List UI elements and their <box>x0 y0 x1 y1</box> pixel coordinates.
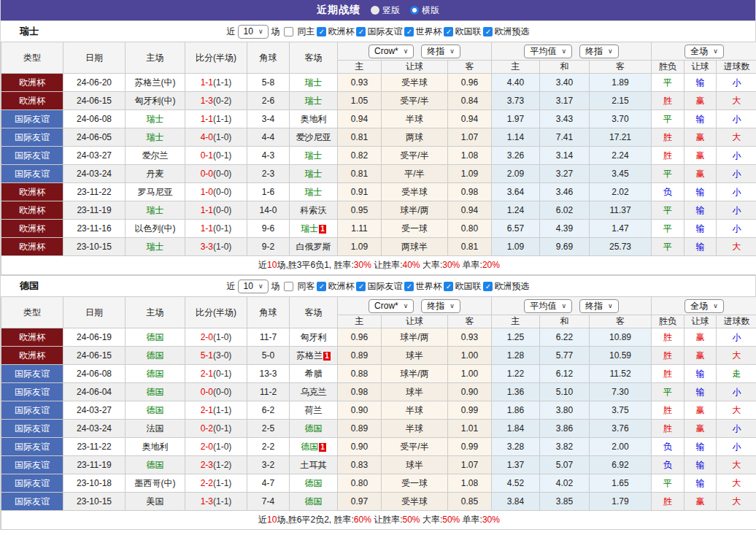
summary-row: 近10场,胜3平6负1, 胜率:30% 让胜率:40% 大率:30% 单率:20… <box>1 256 756 275</box>
league-checkbox[interactable]: ✓ <box>317 27 326 36</box>
result-handicap-cell: 输 <box>684 365 717 383</box>
away-team-cell: 奥地利 <box>290 110 338 128</box>
period-select[interactable]: 全场∨ <box>684 299 724 313</box>
avg-home-cell: 1.84 <box>492 420 540 438</box>
recent-count-select[interactable]: 10∨ <box>238 280 269 293</box>
same-side-checkbox[interactable] <box>284 282 293 291</box>
league-checkbox[interactable]: ✓ <box>356 282 366 291</box>
league-checkbox[interactable]: ✓ <box>404 282 414 291</box>
league-type-badge: 国际友谊 <box>1 128 63 147</box>
corners-cell: 2-2 <box>247 438 290 456</box>
result-overunder-cell: 大 <box>717 401 756 420</box>
league-checkbox[interactable]: ✓ <box>404 27 414 36</box>
result-handicap-cell: 赢 <box>684 128 717 147</box>
avg-home-cell: 3.28 <box>492 438 540 456</box>
league-option-4[interactable]: ✓欧洲预选 <box>483 280 529 293</box>
avg-away-cell: 3.70 <box>590 110 652 128</box>
match-row: 国际友谊 24-06-08 德国 2-1(0-1) 13-3 希腊 0.88 球… <box>1 365 756 383</box>
same-side-option[interactable]: 同客 <box>282 280 315 293</box>
team-name: 瑞士 <box>20 25 39 38</box>
bookmaker-odds-group-header: Crow*∨终指∨ <box>338 297 492 315</box>
league-option-1[interactable]: ✓国际友谊 <box>356 280 402 293</box>
handicap-cell: 球半 <box>382 456 448 474</box>
avg-away-cell: 1.47 <box>590 220 652 238</box>
league-option-3[interactable]: ✓欧国联 <box>444 280 481 293</box>
period-select[interactable]: 全场∨ <box>684 45 724 58</box>
summary-segment: 30% <box>442 260 460 270</box>
odds-stage-select[interactable]: 终指∨ <box>421 45 460 58</box>
same-side-option[interactable]: 同主 <box>282 26 315 38</box>
away-team-cell: 瑞士1 <box>290 220 338 238</box>
result-overunder-cell: 小 <box>717 147 756 165</box>
league-type-badge: 国际友谊 <box>1 456 63 474</box>
league-option-2[interactable]: ✓世界杯 <box>404 26 441 38</box>
summary-segment: 场,胜6平2负2, 胜率: <box>277 515 353 525</box>
same-side-checkbox[interactable] <box>284 27 293 36</box>
layout-radio-horizontal[interactable]: 横版 <box>410 4 439 17</box>
half-score: (0-0) <box>213 169 231 179</box>
odds-away-cell: 1.07 <box>448 456 492 474</box>
avg-draw-cell: 4.39 <box>540 220 590 238</box>
bookmaker-select[interactable]: Crow*∨ <box>369 299 414 313</box>
summary-segment: 60% <box>354 515 371 525</box>
recent-count-select[interactable]: 10∨ <box>238 25 269 39</box>
corners-cell: 9-6 <box>247 220 290 238</box>
chevron-down-icon: ∨ <box>561 46 566 57</box>
col-header: 类型 <box>1 297 63 328</box>
date-cell: 23-11-16 <box>63 220 126 238</box>
avg-away-cell: 3.45 <box>590 165 652 183</box>
half-score: (1-0) <box>213 442 231 452</box>
league-option-0[interactable]: ✓欧洲杯 <box>317 26 354 38</box>
score-cell: 0-1(0-1) <box>185 147 247 165</box>
summary-segment: 10 <box>267 260 277 270</box>
league-checkbox[interactable]: ✓ <box>444 27 453 36</box>
league-option-1[interactable]: ✓国际友谊 <box>356 26 402 38</box>
odds-stage-select[interactable]: 终指∨ <box>421 299 460 313</box>
league-type-badge: 国际友谊 <box>1 110 63 128</box>
league-checkbox[interactable]: ✓ <box>444 282 453 291</box>
league-checkbox[interactable]: ✓ <box>356 27 366 36</box>
summary-segment: 单率: <box>460 515 482 525</box>
bookmaker-select[interactable]: Crow*∨ <box>369 45 414 58</box>
radio-horizontal-control[interactable] <box>410 6 419 15</box>
league-option-2[interactable]: ✓世界杯 <box>404 280 441 293</box>
league-checkbox[interactable]: ✓ <box>317 282 326 291</box>
odds-away-cell: 0.84 <box>448 92 492 110</box>
avg-home-cell: 1.37 <box>492 456 540 474</box>
subcol-header: 客 <box>590 315 652 328</box>
average-stage-select[interactable]: 终指∨ <box>579 45 619 58</box>
league-checkbox[interactable]: ✓ <box>483 27 493 36</box>
date-cell: 24-06-04 <box>63 383 126 401</box>
radio-vertical-control[interactable] <box>371 6 379 15</box>
average-select[interactable]: 平均值∨ <box>524 299 572 313</box>
league-checkbox[interactable]: ✓ <box>483 282 493 291</box>
average-stage-select[interactable]: 终指∨ <box>579 299 619 313</box>
half-score: (1-1) <box>213 405 231 415</box>
full-score: 2-0 <box>201 442 213 452</box>
avg-home-cell: 2.09 <box>492 165 540 183</box>
date-cell: 23-11-22 <box>63 183 126 201</box>
summary-segment: 单率: <box>460 260 482 270</box>
half-score: (0-0) <box>213 205 231 215</box>
rank-badge: 1 <box>323 352 331 361</box>
result-handicap-cell: 输 <box>684 110 717 128</box>
odds-home-cell: 0.83 <box>338 456 382 474</box>
col-header: 主场 <box>126 42 185 74</box>
half-score: (0-1) <box>213 423 231 434</box>
full-score: 0-0 <box>201 169 213 179</box>
league-option-3[interactable]: ✓欧国联 <box>444 26 481 38</box>
average-select[interactable]: 平均值∨ <box>524 45 572 58</box>
odds-home-cell: 0.90 <box>338 401 382 420</box>
odds-home-cell: 1.09 <box>338 238 382 256</box>
date-cell: 24-03-27 <box>63 401 126 420</box>
result-handicap-cell: 赢 <box>684 92 717 110</box>
layout-radio-vertical[interactable]: 竖版 <box>371 4 400 17</box>
result-wdl-cell: 负 <box>652 456 684 474</box>
league-option-0[interactable]: ✓欧洲杯 <box>317 280 354 293</box>
filter-bar: 近 10∨ 场 同主 ✓欧洲杯✓国际友谊✓世界杯✓欧国联✓欧洲预选 <box>227 25 530 39</box>
result-overunder-cell: 小 <box>717 165 756 183</box>
away-team-cell: 希腊 <box>290 365 338 383</box>
avg-away-cell: 2.00 <box>590 438 652 456</box>
league-option-4[interactable]: ✓欧洲预选 <box>483 26 529 38</box>
avg-home-cell: 3.73 <box>492 92 540 110</box>
